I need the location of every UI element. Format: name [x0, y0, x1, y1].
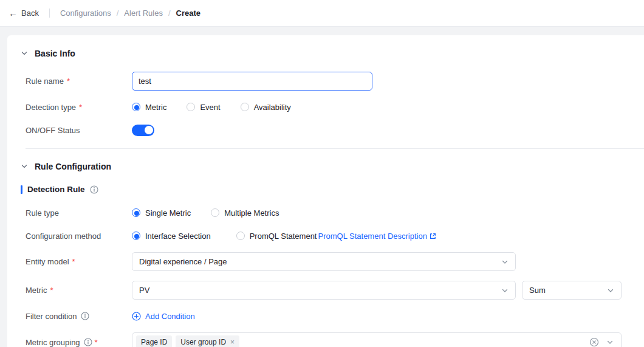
radio-promql-statement[interactable]: PromQL Statement [236, 232, 317, 241]
metric-grouping-row: Metric grouping * Page ID User group ID … [26, 332, 644, 347]
metric-value: PV [139, 286, 149, 295]
detection-type-label: Detection type* [26, 103, 132, 112]
radio-availability[interactable]: Availability [241, 103, 291, 112]
entity-model-value: Digital experience / Page [139, 257, 227, 266]
back-arrow-icon: ← [9, 9, 18, 18]
info-icon[interactable] [84, 338, 92, 346]
aggregation-select[interactable]: Sum [522, 281, 622, 300]
radio-circle-icon [132, 208, 140, 217]
breadcrumb-item-configurations[interactable]: Configurations [60, 9, 111, 18]
rule-name-label: Rule name* [26, 77, 132, 86]
section-basic-info-header[interactable]: Basic Info [21, 49, 644, 58]
breadcrumb-item-alert-rules[interactable]: Alert Rules [124, 9, 163, 18]
rule-name-input[interactable] [132, 72, 372, 91]
divider-vertical [49, 9, 50, 18]
radio-metric[interactable]: Metric [132, 103, 166, 112]
on-off-status-label: ON/OFF Status [26, 126, 132, 135]
chevron-down-icon [501, 258, 509, 266]
radio-circle-icon [211, 208, 219, 217]
chevron-down-icon [607, 287, 614, 294]
breadcrumb-separator: / [168, 9, 171, 18]
radio-single-metric[interactable]: Single Metric [132, 208, 191, 218]
entity-model-select[interactable]: Digital experience / Page [132, 252, 516, 271]
create-rule-form-card: Basic Info Rule name* Detection type* Me… [7, 35, 644, 347]
required-marker: * [95, 338, 98, 347]
metric-grouping-label: Metric grouping * [26, 338, 132, 347]
accent-bar [21, 185, 22, 194]
info-icon[interactable] [90, 185, 98, 194]
on-off-toggle[interactable] [132, 125, 154, 136]
entity-model-row: Entity model* Digital experience / Page [26, 252, 644, 271]
breadcrumb-separator: / [117, 9, 119, 18]
tag-page-id: Page ID [136, 335, 172, 347]
radio-circle-icon [187, 103, 195, 111]
toggle-knob [145, 126, 153, 134]
rule-type-row: Rule type Single Metric Multiple Metrics [26, 206, 644, 219]
required-marker: * [72, 257, 75, 266]
tag-user-group-id: User group ID × [176, 335, 239, 347]
section-divider [26, 148, 644, 149]
metric-grouping-select[interactable]: Page ID User group ID × [132, 332, 622, 347]
radio-circle-icon [132, 232, 140, 240]
radio-circle-icon [241, 103, 249, 111]
radio-circle-icon [236, 232, 245, 240]
section-title-rule-configuration: Rule Configuration [35, 162, 111, 171]
back-button[interactable]: ← Back [9, 9, 39, 18]
section-rule-configuration-header[interactable]: Rule Configuration [21, 162, 644, 171]
metric-select[interactable]: PV [132, 281, 516, 300]
aggregation-value: Sum [529, 286, 546, 295]
clear-selection-icon[interactable] [589, 337, 599, 347]
plus-circle-icon [132, 312, 141, 321]
radio-interface-selection[interactable]: Interface Selection [132, 232, 211, 241]
required-marker: * [50, 286, 53, 295]
chevron-down-icon [501, 287, 509, 294]
add-condition-label: Add Condition [145, 312, 195, 321]
radio-circle-icon [132, 103, 140, 111]
chevron-down-icon [21, 163, 28, 170]
tag-remove-icon[interactable]: × [230, 338, 235, 346]
configuration-method-row: Configuration method Interface Selection… [26, 229, 644, 242]
rule-type-label: Rule type [26, 208, 132, 218]
required-marker: * [67, 77, 70, 86]
section-title-basic-info: Basic Info [35, 49, 75, 58]
breadcrumb: Configurations / Alert Rules / Create [60, 9, 200, 18]
filter-condition-label: Filter condition [26, 312, 132, 321]
metric-label: Metric* [26, 286, 132, 295]
entity-model-label: Entity model* [26, 257, 132, 266]
detection-type-row: Detection type* Metric Event Availabilit… [26, 100, 644, 114]
external-link-icon [429, 232, 437, 240]
chevron-down-icon [606, 338, 614, 346]
back-label: Back [21, 9, 39, 18]
radio-multiple-metrics[interactable]: Multiple Metrics [211, 208, 279, 218]
detection-rule-subsection: Detection Rule [21, 185, 644, 194]
required-marker: * [79, 103, 82, 112]
rule-name-row: Rule name* [26, 72, 644, 91]
info-icon[interactable] [81, 312, 89, 320]
top-bar: ← Back Configurations / Alert Rules / Cr… [0, 0, 644, 27]
configuration-method-label: Configuration method [26, 232, 132, 241]
promql-description-link[interactable]: PromQL Statement Description [318, 232, 436, 241]
breadcrumb-item-create: Create [176, 9, 200, 18]
add-condition-button[interactable]: Add Condition [132, 312, 195, 321]
metric-row: Metric* PV Sum [26, 281, 644, 300]
filter-condition-row: Filter condition Add Condition [26, 309, 644, 323]
on-off-status-row: ON/OFF Status [26, 123, 644, 137]
detection-rule-title: Detection Rule [27, 185, 85, 194]
radio-event[interactable]: Event [187, 103, 220, 112]
chevron-down-icon [21, 50, 28, 57]
